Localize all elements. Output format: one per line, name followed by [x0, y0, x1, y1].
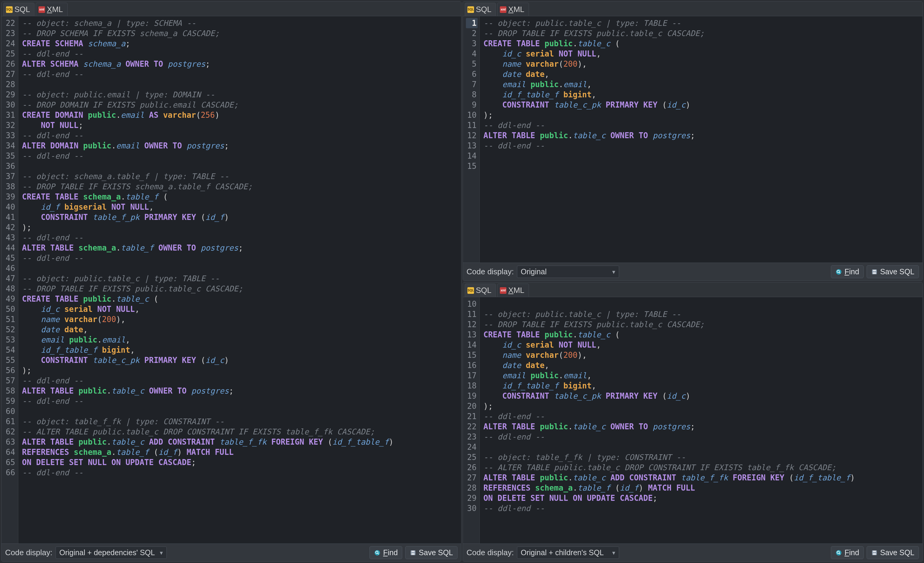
code-line[interactable]: ON DELETE SET NULL ON UPDATE CASCADE;	[22, 457, 458, 467]
code-line[interactable]: id_c serial NOT NULL,	[483, 340, 919, 350]
code-line[interactable]: -- ddl-end --	[22, 396, 458, 406]
code-line[interactable]: email public.email,	[483, 79, 919, 90]
code-line[interactable]: -- ddl-end --	[22, 253, 458, 263]
code-line[interactable]: CONSTRAINT table_f_pk PRIMARY KEY (id_f)	[22, 212, 458, 222]
code-line[interactable]: -- ALTER TABLE public.table_c DROP CONST…	[22, 426, 458, 437]
code-line[interactable]: -- object: public.table_c | type: TABLE …	[483, 18, 919, 28]
code-line[interactable]: ALTER TABLE public.table_c ADD CONSTRAIN…	[483, 473, 919, 483]
code-line[interactable]: id_f bigserial NOT NULL,	[22, 202, 458, 212]
find-button[interactable]: Find	[831, 265, 864, 278]
code-line[interactable]	[22, 79, 458, 90]
code-line[interactable]: ALTER TABLE public.table_c OWNER TO post…	[483, 422, 919, 432]
code-display-select[interactable]: Original + depedencies' SQL	[56, 546, 167, 559]
tab-sql[interactable]: SQL SQL	[3, 3, 34, 16]
tab-sql[interactable]: SQL SQL	[465, 284, 496, 297]
code-line[interactable]: -- object: public.table_c | type: TABLE …	[22, 273, 458, 284]
find-button[interactable]: Find	[831, 546, 864, 559]
code-area[interactable]: -- object: public.table_c | type: TABLE …	[480, 297, 922, 543]
code-line[interactable]: name varchar(200),	[483, 350, 919, 360]
code-display-select[interactable]: Original	[517, 266, 619, 278]
save-sql-button[interactable]: Save SQL	[405, 546, 458, 559]
code-line[interactable]: ALTER SCHEMA schema_a OWNER TO postgres;	[22, 59, 458, 69]
tab-xml[interactable]: xml XML	[497, 284, 529, 297]
code-line[interactable]: REFERENCES schema_a.table_f (id_f) MATCH…	[483, 483, 919, 493]
code-line[interactable]: ALTER TABLE public.table_c OWNER TO post…	[22, 386, 458, 396]
code-line[interactable]: -- DROP TABLE IF EXISTS public.table_c C…	[483, 28, 919, 39]
code-line[interactable]: CREATE TABLE public.table_c (	[483, 330, 919, 340]
code-line[interactable]: );	[483, 401, 919, 411]
save-sql-button[interactable]: Save SQL	[867, 546, 919, 559]
code-line[interactable]	[22, 263, 458, 273]
code-area[interactable]: -- object: schema_a | type: SCHEMA ---- …	[18, 16, 461, 543]
find-button[interactable]: Find	[369, 546, 402, 559]
code-line[interactable]: -- ALTER TABLE public.table_c DROP CONST…	[483, 462, 919, 473]
code-line[interactable]: email public.email,	[22, 335, 458, 345]
code-line[interactable]: -- object: schema_a.table_f | type: TABL…	[22, 171, 458, 182]
code-line[interactable]: -- ddl-end --	[22, 375, 458, 386]
code-line[interactable]: CONSTRAINT table_c_pk PRIMARY KEY (id_c)	[483, 391, 919, 401]
code-line[interactable]: -- DROP SCHEMA IF EXISTS schema_a CASCAD…	[22, 28, 458, 39]
code-line[interactable]: ALTER TABLE schema_a.table_f OWNER TO po…	[22, 243, 458, 253]
code-line[interactable]: CONSTRAINT table_c_pk PRIMARY KEY (id_c)	[22, 355, 458, 365]
code-display-select[interactable]: Original + children's SQL	[517, 546, 619, 559]
tab-xml[interactable]: xml XML	[36, 3, 67, 16]
code-line[interactable]: date date,	[483, 360, 919, 371]
code-line[interactable]: date date,	[483, 69, 919, 79]
code-line[interactable]: -- DROP TABLE IF EXISTS schema_a.table_f…	[22, 182, 458, 192]
code-line[interactable]: -- ddl-end --	[22, 131, 458, 141]
code-area[interactable]: -- object: public.table_c | type: TABLE …	[480, 16, 922, 263]
code-line[interactable]: REFERENCES schema_a.table_f (id_f) MATCH…	[22, 447, 458, 457]
code-line[interactable]: email public.email,	[483, 371, 919, 381]
code-line[interactable]: );	[22, 222, 458, 233]
code-line[interactable]	[483, 151, 919, 161]
code-line[interactable]: -- object: table_f_fk | type: CONSTRAINT…	[22, 416, 458, 426]
code-line[interactable]	[483, 442, 919, 452]
code-line[interactable]: -- DROP TABLE IF EXISTS public.table_c C…	[483, 319, 919, 330]
code-line[interactable]: );	[22, 365, 458, 375]
code-line[interactable]: -- ddl-end --	[22, 151, 458, 161]
code-line[interactable]	[483, 161, 919, 171]
code-editor[interactable]: 1011121314151617181920212223242526272829…	[463, 297, 922, 543]
code-editor[interactable]: 123456789101112131415 -- object: public.…	[463, 16, 922, 263]
code-line[interactable]: id_c serial NOT NULL,	[22, 304, 458, 314]
code-line[interactable]: -- object: public.email | type: DOMAIN -…	[22, 90, 458, 100]
code-line[interactable]: -- object: schema_a | type: SCHEMA --	[22, 18, 458, 28]
code-line[interactable]: ALTER TABLE public.table_c ADD CONSTRAIN…	[22, 437, 458, 447]
code-line[interactable]: -- DROP DOMAIN IF EXISTS public.email CA…	[22, 100, 458, 110]
code-line[interactable]: ON DELETE SET NULL ON UPDATE CASCADE;	[483, 493, 919, 503]
code-line[interactable]: CREATE TABLE public.table_c (	[483, 39, 919, 49]
code-line[interactable]: -- object: public.table_c | type: TABLE …	[483, 309, 919, 319]
code-line[interactable]: -- ddl-end --	[483, 120, 919, 131]
code-line[interactable]: -- ddl-end --	[22, 233, 458, 243]
code-line[interactable]: ALTER TABLE public.table_c OWNER TO post…	[483, 131, 919, 141]
code-line[interactable]: CREATE SCHEMA schema_a;	[22, 39, 458, 49]
code-line[interactable]	[483, 299, 919, 309]
code-line[interactable]: -- ddl-end --	[483, 141, 919, 151]
code-line[interactable]: id_f_table_f bigint,	[483, 381, 919, 391]
code-editor[interactable]: 2223242526272829303132333435363738394041…	[2, 16, 461, 543]
code-line[interactable]: date date,	[22, 324, 458, 335]
save-sql-button[interactable]: Save SQL	[867, 265, 919, 278]
code-line[interactable]: -- DROP TABLE IF EXISTS public.table_c C…	[22, 284, 458, 294]
code-line[interactable]: ALTER DOMAIN public.email OWNER TO postg…	[22, 141, 458, 151]
code-line[interactable]: CREATE TABLE public.table_c (	[22, 294, 458, 304]
code-line[interactable]: -- ddl-end --	[22, 467, 458, 478]
code-line[interactable]: -- object: table_f_fk | type: CONSTRAINT…	[483, 452, 919, 462]
code-line[interactable]: -- ddl-end --	[483, 432, 919, 442]
code-line[interactable]: CONSTRAINT table_c_pk PRIMARY KEY (id_c)	[483, 100, 919, 110]
code-line[interactable]: CREATE DOMAIN public.email AS varchar(25…	[22, 110, 458, 120]
code-line[interactable]: name varchar(200),	[483, 59, 919, 69]
code-line[interactable]: );	[483, 110, 919, 120]
code-line[interactable]: -- ddl-end --	[22, 69, 458, 79]
code-line[interactable]: -- ddl-end --	[22, 49, 458, 59]
code-line[interactable]: CREATE TABLE schema_a.table_f (	[22, 192, 458, 202]
code-line[interactable]	[22, 161, 458, 171]
tab-xml[interactable]: xml XML	[497, 3, 529, 16]
code-line[interactable]: NOT NULL;	[22, 120, 458, 131]
code-line[interactable]: -- ddl-end --	[483, 411, 919, 422]
code-line[interactable]: id_c serial NOT NULL,	[483, 49, 919, 59]
tab-sql[interactable]: SQL SQL	[465, 3, 496, 16]
code-line[interactable]: id_f_table_f bigint,	[483, 90, 919, 100]
code-line[interactable]: -- ddl-end --	[483, 503, 919, 513]
code-line[interactable]: name varchar(200),	[22, 314, 458, 324]
